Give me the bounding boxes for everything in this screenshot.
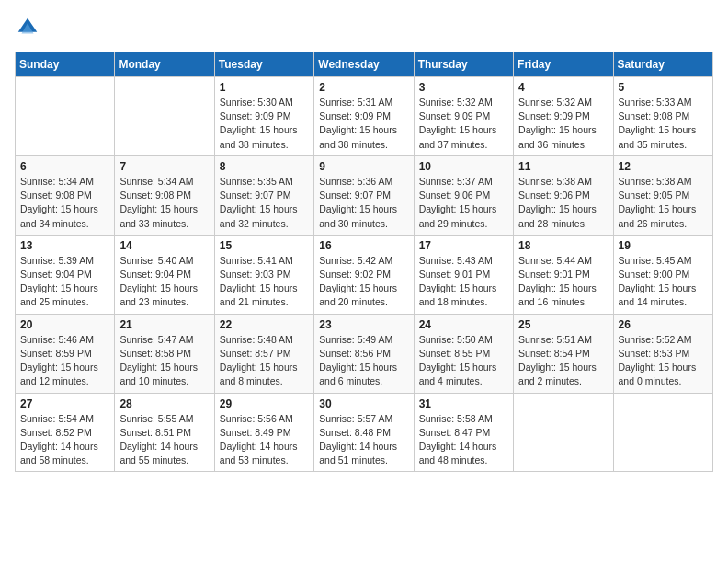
day-number: 22 <box>220 318 309 331</box>
calendar-cell: 27Sunrise: 5:54 AM Sunset: 8:52 PM Dayli… <box>16 393 115 472</box>
day-info: Sunrise: 5:40 AM Sunset: 9:04 PM Dayligh… <box>119 254 209 310</box>
calendar-cell: 5Sunrise: 5:33 AM Sunset: 9:08 PM Daylig… <box>613 77 712 156</box>
day-info: Sunrise: 5:39 AM Sunset: 9:04 PM Dayligh… <box>20 254 109 310</box>
day-info: Sunrise: 5:38 AM Sunset: 9:05 PM Dayligh… <box>619 175 708 231</box>
day-number: 8 <box>220 160 309 173</box>
day-of-week-header: Saturday <box>613 52 712 77</box>
calendar-cell: 2Sunrise: 5:31 AM Sunset: 9:09 PM Daylig… <box>314 77 414 156</box>
day-info: Sunrise: 5:50 AM Sunset: 8:55 PM Dayligh… <box>419 333 508 389</box>
day-info: Sunrise: 5:45 AM Sunset: 9:00 PM Dayligh… <box>619 254 708 310</box>
day-info: Sunrise: 5:41 AM Sunset: 9:03 PM Dayligh… <box>220 254 309 310</box>
calendar-cell: 4Sunrise: 5:32 AM Sunset: 9:09 PM Daylig… <box>514 77 613 156</box>
calendar-cell: 28Sunrise: 5:55 AM Sunset: 8:51 PM Dayli… <box>115 393 214 472</box>
calendar-cell: 24Sunrise: 5:50 AM Sunset: 8:55 PM Dayli… <box>414 314 513 393</box>
day-info: Sunrise: 5:54 AM Sunset: 8:52 PM Dayligh… <box>20 412 109 468</box>
day-number: 25 <box>518 318 608 331</box>
day-info: Sunrise: 5:35 AM Sunset: 9:07 PM Dayligh… <box>220 175 309 231</box>
day-of-week-header: Wednesday <box>314 52 414 77</box>
calendar-cell: 10Sunrise: 5:37 AM Sunset: 9:06 PM Dayli… <box>414 155 513 235</box>
day-of-week-header: Monday <box>115 52 214 77</box>
calendar-week-row: 13Sunrise: 5:39 AM Sunset: 9:04 PM Dayli… <box>16 235 713 314</box>
calendar-week-row: 1Sunrise: 5:30 AM Sunset: 9:09 PM Daylig… <box>16 77 713 156</box>
day-info: Sunrise: 5:57 AM Sunset: 8:48 PM Dayligh… <box>319 412 408 468</box>
day-number: 18 <box>518 239 608 252</box>
day-info: Sunrise: 5:34 AM Sunset: 9:08 PM Dayligh… <box>119 175 209 231</box>
day-info: Sunrise: 5:51 AM Sunset: 8:54 PM Dayligh… <box>518 333 608 389</box>
calendar-week-row: 27Sunrise: 5:54 AM Sunset: 8:52 PM Dayli… <box>16 393 713 472</box>
day-info: Sunrise: 5:31 AM Sunset: 9:09 PM Dayligh… <box>319 96 408 152</box>
calendar-cell: 18Sunrise: 5:44 AM Sunset: 9:01 PM Dayli… <box>514 235 613 314</box>
day-number: 19 <box>619 239 708 252</box>
day-number: 20 <box>20 318 109 331</box>
calendar-cell: 30Sunrise: 5:57 AM Sunset: 8:48 PM Dayli… <box>314 393 414 472</box>
day-info: Sunrise: 5:52 AM Sunset: 8:53 PM Dayligh… <box>619 333 708 389</box>
calendar-cell: 21Sunrise: 5:47 AM Sunset: 8:58 PM Dayli… <box>115 314 214 393</box>
day-info: Sunrise: 5:34 AM Sunset: 9:08 PM Dayligh… <box>20 175 109 231</box>
day-info: Sunrise: 5:38 AM Sunset: 9:06 PM Dayligh… <box>518 175 608 231</box>
logo-icon <box>15 15 40 40</box>
day-info: Sunrise: 5:33 AM Sunset: 9:08 PM Dayligh… <box>619 96 708 152</box>
calendar-cell: 20Sunrise: 5:46 AM Sunset: 8:59 PM Dayli… <box>16 314 115 393</box>
calendar-cell: 1Sunrise: 5:30 AM Sunset: 9:09 PM Daylig… <box>214 77 313 156</box>
day-number: 23 <box>319 318 408 331</box>
day-number: 14 <box>119 239 209 252</box>
calendar-cell: 3Sunrise: 5:32 AM Sunset: 9:09 PM Daylig… <box>414 77 513 156</box>
day-number: 15 <box>220 239 309 252</box>
calendar-week-row: 20Sunrise: 5:46 AM Sunset: 8:59 PM Dayli… <box>16 314 713 393</box>
day-info: Sunrise: 5:44 AM Sunset: 9:01 PM Dayligh… <box>518 254 608 310</box>
calendar-cell: 22Sunrise: 5:48 AM Sunset: 8:57 PM Dayli… <box>214 314 313 393</box>
page-header <box>15 15 713 40</box>
day-number: 24 <box>419 318 508 331</box>
calendar-cell <box>613 393 712 472</box>
day-number: 26 <box>619 318 708 331</box>
day-info: Sunrise: 5:58 AM Sunset: 8:47 PM Dayligh… <box>419 412 508 468</box>
day-number: 1 <box>220 81 309 94</box>
calendar-cell: 23Sunrise: 5:49 AM Sunset: 8:56 PM Dayli… <box>314 314 414 393</box>
day-info: Sunrise: 5:43 AM Sunset: 9:01 PM Dayligh… <box>419 254 508 310</box>
day-number: 2 <box>319 81 408 94</box>
day-info: Sunrise: 5:47 AM Sunset: 8:58 PM Dayligh… <box>119 333 209 389</box>
calendar-table: SundayMondayTuesdayWednesdayThursdayFrid… <box>15 52 713 472</box>
day-of-week-header: Sunday <box>16 52 115 77</box>
calendar-cell: 31Sunrise: 5:58 AM Sunset: 8:47 PM Dayli… <box>414 393 513 472</box>
calendar-cell: 9Sunrise: 5:36 AM Sunset: 9:07 PM Daylig… <box>314 155 414 235</box>
day-info: Sunrise: 5:56 AM Sunset: 8:49 PM Dayligh… <box>220 412 309 468</box>
day-info: Sunrise: 5:49 AM Sunset: 8:56 PM Dayligh… <box>319 333 408 389</box>
day-number: 30 <box>319 397 408 410</box>
day-number: 16 <box>319 239 408 252</box>
calendar-cell: 25Sunrise: 5:51 AM Sunset: 8:54 PM Dayli… <box>514 314 613 393</box>
calendar-cell: 11Sunrise: 5:38 AM Sunset: 9:06 PM Dayli… <box>514 155 613 235</box>
day-number: 27 <box>20 397 109 410</box>
calendar-cell: 13Sunrise: 5:39 AM Sunset: 9:04 PM Dayli… <box>16 235 115 314</box>
day-of-week-header: Thursday <box>414 52 513 77</box>
day-number: 5 <box>619 81 708 94</box>
day-info: Sunrise: 5:46 AM Sunset: 8:59 PM Dayligh… <box>20 333 109 389</box>
day-number: 9 <box>319 160 408 173</box>
day-number: 4 <box>518 81 608 94</box>
day-info: Sunrise: 5:30 AM Sunset: 9:09 PM Dayligh… <box>220 96 309 152</box>
day-info: Sunrise: 5:55 AM Sunset: 8:51 PM Dayligh… <box>119 412 209 468</box>
calendar-cell: 26Sunrise: 5:52 AM Sunset: 8:53 PM Dayli… <box>613 314 712 393</box>
calendar-cell <box>115 77 214 156</box>
day-info: Sunrise: 5:37 AM Sunset: 9:06 PM Dayligh… <box>419 175 508 231</box>
calendar-week-row: 6Sunrise: 5:34 AM Sunset: 9:08 PM Daylig… <box>16 155 713 235</box>
day-info: Sunrise: 5:32 AM Sunset: 9:09 PM Dayligh… <box>518 96 608 152</box>
day-number: 21 <box>119 318 209 331</box>
calendar-cell: 16Sunrise: 5:42 AM Sunset: 9:02 PM Dayli… <box>314 235 414 314</box>
calendar-header-row: SundayMondayTuesdayWednesdayThursdayFrid… <box>16 52 713 77</box>
day-number: 13 <box>20 239 109 252</box>
day-number: 12 <box>619 160 708 173</box>
day-number: 7 <box>119 160 209 173</box>
day-number: 10 <box>419 160 508 173</box>
calendar-cell <box>514 393 613 472</box>
day-of-week-header: Tuesday <box>214 52 313 77</box>
calendar-cell: 6Sunrise: 5:34 AM Sunset: 9:08 PM Daylig… <box>16 155 115 235</box>
day-number: 31 <box>419 397 508 410</box>
day-number: 17 <box>419 239 508 252</box>
calendar-cell: 8Sunrise: 5:35 AM Sunset: 9:07 PM Daylig… <box>214 155 313 235</box>
logo <box>15 15 44 40</box>
day-number: 6 <box>20 160 109 173</box>
calendar-cell: 29Sunrise: 5:56 AM Sunset: 8:49 PM Dayli… <box>214 393 313 472</box>
calendar-cell: 19Sunrise: 5:45 AM Sunset: 9:00 PM Dayli… <box>613 235 712 314</box>
day-info: Sunrise: 5:36 AM Sunset: 9:07 PM Dayligh… <box>319 175 408 231</box>
